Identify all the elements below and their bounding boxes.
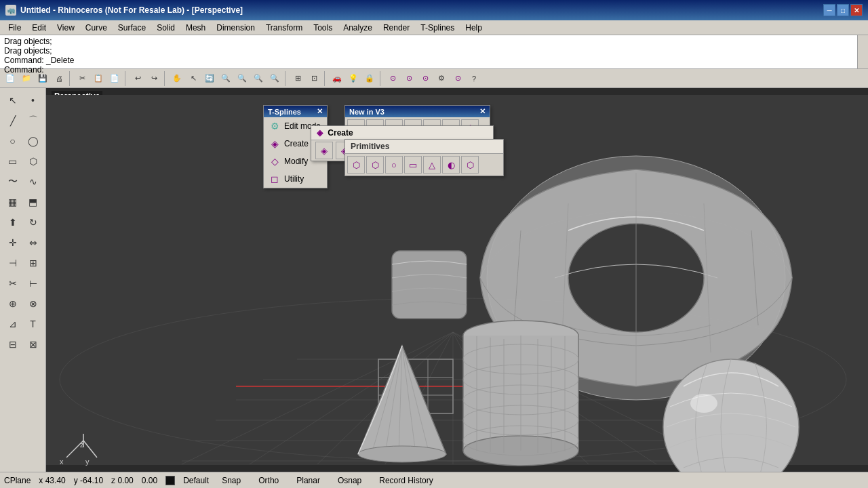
prim-icon-1[interactable]: ⬡	[347, 156, 365, 174]
lt-line[interactable]: ╱	[3, 111, 22, 130]
lt-row4: ▭ ⬡	[3, 152, 43, 171]
window-controls: ─ □ ✕	[823, 4, 863, 16]
lt-explode[interactable]: ⊗	[24, 294, 43, 313]
svg-text:y: y	[85, 458, 90, 466]
snap-button[interactable]: Snap	[217, 474, 245, 487]
lt-layer[interactable]: ⊟	[3, 335, 22, 354]
create-panel-icon: ◈	[317, 128, 323, 138]
menu-item-transform[interactable]: Transform	[260, 22, 308, 34]
menu-item-curve[interactable]: Curve	[80, 22, 113, 34]
lt-row11: ⊕ ⊗	[3, 294, 43, 313]
lt-dim[interactable]: ⊿	[3, 314, 22, 333]
lt-row10: ✂ ⊢	[3, 274, 43, 293]
command-prompt[interactable]: Command:	[4, 65, 864, 75]
lt-array[interactable]: ⊞	[24, 253, 43, 272]
layer-color-swatch	[165, 476, 175, 485]
minimize-button[interactable]: ─	[823, 4, 835, 16]
lt-arc[interactable]: ⌒	[24, 111, 43, 130]
lt-loft[interactable]: ⬒	[24, 192, 43, 211]
lt-text[interactable]: T	[24, 314, 43, 333]
prim-icon-5[interactable]: △	[423, 156, 441, 174]
lt-polygon[interactable]: ⬡	[24, 152, 43, 171]
tsplines-close-button[interactable]: ✕	[317, 107, 323, 116]
lt-surface[interactable]: ▦	[3, 192, 22, 211]
tsplines-title-label: T-Splines	[268, 108, 301, 116]
lt-spline[interactable]: ∿	[24, 172, 43, 191]
lt-select[interactable]: ↖	[3, 91, 22, 110]
command-output: Drag objects; Drag objects; Command: _De…	[0, 35, 868, 69]
lt-join[interactable]: ⊕	[3, 294, 22, 313]
extra-val: 0.00	[142, 476, 157, 485]
lt-point[interactable]: •	[24, 91, 43, 110]
lt-move[interactable]: ✛	[3, 233, 22, 252]
menu-item-surface[interactable]: Surface	[113, 22, 151, 34]
lt-row3: ○ ◯	[3, 131, 43, 150]
menubar: FileEditViewCurveSurfaceSolidMeshDimensi…	[0, 20, 868, 35]
prim-icon-4[interactable]: ▭	[404, 156, 422, 174]
cplane-label: CPlane	[4, 476, 31, 485]
command-line1: Drag objects;	[4, 37, 864, 46]
prim-icon-6[interactable]: ◐	[442, 156, 460, 174]
menu-item-render[interactable]: Render	[378, 22, 415, 34]
create-label: Create	[284, 139, 309, 148]
prim-icon-7[interactable]: ⬡	[461, 156, 479, 174]
lt-row8: ✛ ⇔	[3, 233, 43, 252]
lt-split[interactable]: ⊢	[24, 274, 43, 293]
create-icon: ◈	[268, 137, 281, 150]
newv3-title-label: New in V3	[349, 108, 384, 116]
newv3-close-button[interactable]: ✕	[479, 107, 486, 116]
menu-item-tools[interactable]: Tools	[308, 22, 338, 34]
newv3-panel-title: New in V3 ✕	[345, 106, 490, 117]
lt-extrude[interactable]: ⬆	[3, 213, 22, 232]
left-toolbar: ↖ • ╱ ⌒ ○ ◯ ▭ ⬡ 〜 ∿ ▦ ⬒ ⬆ ↻ ✛ ⇔	[0, 88, 46, 472]
menu-item-tsplines[interactable]: T-Splines	[415, 22, 460, 34]
lt-row7: ⬆ ↻	[3, 213, 43, 232]
menu-item-edit[interactable]: Edit	[26, 22, 52, 34]
viewport[interactable]: Perspective	[46, 88, 868, 472]
menu-item-help[interactable]: Help	[460, 22, 488, 34]
lt-trim[interactable]: ✂	[3, 274, 22, 293]
layer-label: Default	[183, 476, 209, 485]
ortho-button[interactable]: Ortho	[254, 474, 283, 487]
lt-freeform[interactable]: 〜	[3, 172, 22, 191]
window-title: Untitled - Rhinoceros (Not For Resale La…	[20, 5, 823, 15]
lt-mirror[interactable]: ⊣	[3, 253, 22, 272]
close-button[interactable]: ✕	[850, 4, 863, 16]
lt-row2: ╱ ⌒	[3, 111, 43, 130]
prim-icon-3[interactable]: ○	[385, 156, 403, 174]
svg-point-59	[690, 394, 717, 413]
lt-circle[interactable]: ○	[3, 131, 22, 150]
utility-label: Utility	[284, 174, 304, 184]
command-line2: Drag objects;	[4, 46, 864, 56]
menu-item-file[interactable]: File	[3, 22, 26, 34]
lt-props[interactable]: ⊠	[24, 335, 43, 354]
lt-revolve[interactable]: ↻	[24, 213, 43, 232]
app-icon: 🦏	[5, 5, 16, 16]
command-scrollbar[interactable]	[857, 35, 868, 68]
record-history-button[interactable]: Record History	[374, 474, 437, 487]
lt-ellipse[interactable]: ◯	[24, 131, 43, 150]
y-coord: y -64.10	[74, 476, 103, 485]
tsplines-utility[interactable]: ◻ Utility	[264, 170, 327, 188]
lt-row6: ▦ ⬒	[3, 192, 43, 211]
menu-item-dimension[interactable]: Dimension	[211, 22, 260, 34]
statusbar: CPlane x 43.40 y -64.10 z 0.00 0.00 Defa…	[0, 472, 868, 488]
lt-row9: ⊣ ⊞	[3, 253, 43, 272]
svg-point-40	[358, 446, 446, 462]
create-icon-box[interactable]: ◈	[315, 142, 333, 159]
lt-row13: ⊟ ⊠	[3, 335, 43, 354]
menu-item-solid[interactable]: Solid	[151, 22, 180, 34]
lt-row1: ↖ •	[3, 91, 43, 110]
prim-icon-2[interactable]: ⬡	[366, 156, 384, 174]
primitives-header: Primitives	[345, 140, 503, 154]
create-header: ◈ Create	[311, 126, 493, 140]
menu-item-mesh[interactable]: Mesh	[180, 22, 211, 34]
menu-item-analyze[interactable]: Analyze	[338, 22, 378, 34]
planar-button[interactable]: Planar	[292, 474, 325, 487]
lt-rect[interactable]: ▭	[3, 152, 22, 171]
menu-item-view[interactable]: View	[52, 22, 80, 34]
lt-scale[interactable]: ⇔	[24, 233, 43, 252]
osnap-button[interactable]: Osnap	[333, 474, 366, 487]
primitives-panel: Primitives ⬡ ⬡ ○ ▭ △ ◐ ⬡	[344, 139, 504, 176]
maximize-button[interactable]: □	[837, 4, 849, 16]
